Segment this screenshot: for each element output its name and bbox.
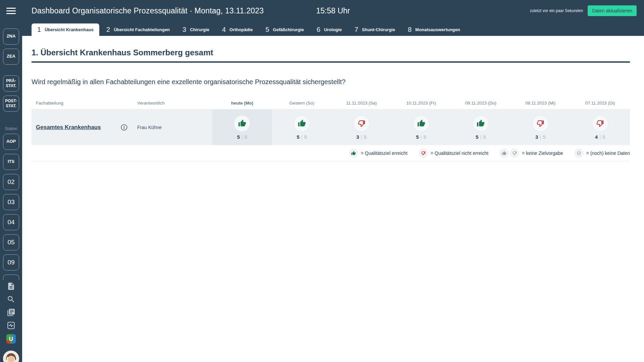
tab-shunt-chirurgie[interactable]: 7 Shunt-Chirurgie xyxy=(349,23,401,36)
column-header-fr: 10.11.2023 (Fr) xyxy=(391,101,451,106)
tab-number: 6 xyxy=(317,26,320,34)
sidebar-button-its[interactable]: ITS xyxy=(3,154,19,170)
status-circle xyxy=(413,115,429,132)
sidebar-button-09[interactable]: 09 xyxy=(3,254,19,270)
sidebar-button-aop[interactable]: AOP xyxy=(3,134,19,150)
tab-uebersicht-krankenhaus[interactable]: 1 Übersicht Krankenhaus xyxy=(32,23,99,36)
day-result-sa: 3|5 xyxy=(332,110,391,145)
tab-number: 7 xyxy=(355,26,358,34)
tab-monatsauswertungen[interactable]: 8 Monatsauswertungen xyxy=(402,23,466,36)
page-title: Dashboard Organisatorische Prozessqualit… xyxy=(32,6,264,15)
heading-underline xyxy=(32,61,630,63)
table-row-gesamtes-krankenhaus: Gesamtes Krankenhaus Frau Kühne xyxy=(32,110,630,145)
day-result-di: 4|5 xyxy=(570,110,630,145)
no-data-icon xyxy=(575,149,583,158)
info-icon[interactable] xyxy=(120,124,128,131)
tab-label: Gefäßchirurgie xyxy=(273,27,304,32)
legend-item-nicht-erreicht: = Qualitätsziel nicht erreicht xyxy=(419,149,488,158)
tab-label: Orthopädie xyxy=(229,27,253,32)
column-header-sa: 11.11.2023 (Sa) xyxy=(332,101,391,106)
tab-bar: 1 Übersicht Krankenhaus 2 Übersicht Fach… xyxy=(22,21,644,36)
sidebar-button-02[interactable]: 02 xyxy=(3,174,19,190)
tab-gefaesschirurgie[interactable]: 5 Gefäßchirurgie xyxy=(260,23,310,36)
results-table: Fachabteilung Verantwortlich heute (Mo) … xyxy=(32,101,630,161)
sidebar-button-04[interactable]: 04 xyxy=(3,214,19,230)
column-header-verantwortlich: Verantwortlich xyxy=(135,101,212,106)
thumb-up-icon xyxy=(238,119,246,127)
thumb-up-grey-icon xyxy=(500,149,508,158)
tab-orthopaedie[interactable]: 4 Orthopädie xyxy=(216,23,258,36)
thumb-down-grey-icon xyxy=(510,149,519,158)
score-value: 5|5 xyxy=(297,134,307,140)
column-header-fachabteilung: Fachabteilung xyxy=(32,101,114,106)
legend-label: = keine Zielvorgabe xyxy=(522,150,563,156)
tab-label: Übersicht Krankenhaus xyxy=(45,27,94,32)
tab-urologie[interactable]: 6 Urologie xyxy=(311,23,347,36)
legend-label: = (noch) keine Daten xyxy=(586,150,630,156)
legend: = Qualitätsziel erreicht = Qualitätsziel… xyxy=(32,145,630,161)
svg-text:U: U xyxy=(9,336,13,342)
activity-icon[interactable] xyxy=(7,321,15,330)
sidebar-button-zea[interactable]: ZEA xyxy=(3,49,19,65)
library-icon[interactable] xyxy=(7,308,15,317)
refresh-button[interactable]: Daten aktualisieren xyxy=(588,5,637,16)
tab-label: Chirurgie xyxy=(190,27,209,32)
tab-number: 4 xyxy=(222,26,226,34)
score-value: 5|5 xyxy=(416,134,426,140)
day-result-heute: 5|5 xyxy=(212,110,272,145)
user-avatar[interactable] xyxy=(3,351,19,362)
tab-number: 5 xyxy=(265,26,269,34)
u-app-logo[interactable]: U xyxy=(6,334,16,344)
tab-label: Übersicht Fachabteilungen xyxy=(114,27,170,32)
legend-item-erreicht: = Qualitätsziel erreicht xyxy=(349,149,408,158)
status-circle xyxy=(234,115,250,132)
thumb-up-icon xyxy=(417,119,425,127)
main-column: Dashboard Organisatorische Prozessqualit… xyxy=(22,0,644,362)
legend-label: = Qualitätsziel erreicht xyxy=(361,150,408,156)
tab-chirurgie[interactable]: 3 Chirurgie xyxy=(177,23,215,36)
tab-label: Monatsauswertungen xyxy=(415,27,460,32)
thumb-up-green-icon xyxy=(349,149,358,158)
legend-item-keine-daten: = (noch) keine Daten xyxy=(575,149,630,158)
status-circle xyxy=(473,115,489,132)
last-updated-text: zuletzt vor ein paar Sekunden xyxy=(530,8,583,13)
tab-number: 3 xyxy=(182,26,186,34)
content-area: 1. Übersicht Krankenhaus Sommerberg gesa… xyxy=(22,36,644,362)
column-header-gestern: Gestern (So) xyxy=(272,101,332,106)
sidebar-button-zna[interactable]: ZNA xyxy=(3,28,19,45)
thumb-down-red-icon xyxy=(419,149,428,158)
sidebar: ZNA ZEA PRÄ-STAT. POST-STAT. Station AOP… xyxy=(0,0,22,362)
day-result-mi: 3|5 xyxy=(511,110,570,145)
score-value: 5|5 xyxy=(476,134,486,140)
status-circle xyxy=(353,115,370,132)
menu-icon[interactable] xyxy=(6,6,16,16)
sidebar-button-05[interactable]: 05 xyxy=(3,234,19,250)
app-root: ZNA ZEA PRÄ-STAT. POST-STAT. Station AOP… xyxy=(0,0,644,362)
legend-item-keine-zielvorgabe: = keine Zielvorgabe xyxy=(500,149,563,158)
search-icon[interactable] xyxy=(7,295,15,304)
hospital-link[interactable]: Gesamtes Krankenhaus xyxy=(36,124,101,131)
thumb-up-icon xyxy=(477,119,485,127)
score-value: 3|5 xyxy=(356,134,367,140)
header-actions: zuletzt vor ein paar Sekunden Daten aktu… xyxy=(530,5,637,16)
tab-number: 2 xyxy=(106,26,110,34)
table-header: Fachabteilung Verantwortlich heute (Mo) … xyxy=(32,101,630,110)
station-section-label: Station xyxy=(5,126,17,131)
app-header: Dashboard Organisatorische Prozessqualit… xyxy=(22,0,644,21)
column-header-heute: heute (Mo) xyxy=(212,101,272,106)
column-header-mi: 08.11.2023 (Mi) xyxy=(511,101,570,106)
status-circle xyxy=(293,115,310,132)
tab-number: 8 xyxy=(408,26,412,34)
legend-label: = Qualitätsziel nicht erreicht xyxy=(431,150,488,156)
sidebar-icon-group: U xyxy=(3,280,19,362)
sidebar-button-post-stat[interactable]: POST-STAT. xyxy=(3,96,19,112)
sidebar-button-partial[interactable] xyxy=(3,275,19,280)
score-value: 3|5 xyxy=(535,134,546,140)
sidebar-button-03[interactable]: 03 xyxy=(3,194,19,210)
thumb-down-icon xyxy=(536,119,544,127)
page-heading: 1. Übersicht Krankenhaus Sommerberg gesa… xyxy=(32,48,630,57)
tab-uebersicht-fachabteilungen[interactable]: 2 Übersicht Fachabteilungen xyxy=(101,23,175,36)
sidebar-button-prae-stat[interactable]: PRÄ-STAT. xyxy=(3,75,19,92)
column-header-di: 07.11.2023 (Di) xyxy=(570,101,630,106)
document-icon[interactable] xyxy=(7,282,15,291)
